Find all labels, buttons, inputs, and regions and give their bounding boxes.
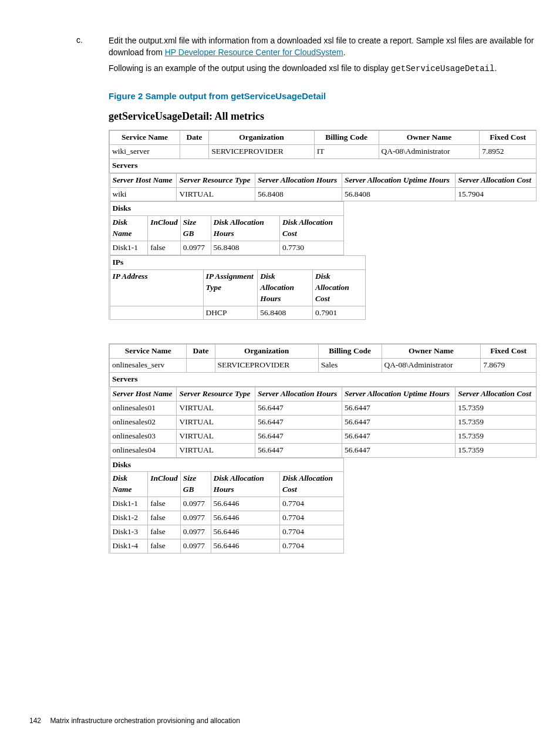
paragraph-text: . bbox=[494, 63, 497, 73]
cell: SERVICEPROVIDER bbox=[215, 359, 318, 373]
table-row: onlinesales03VIRTUAL56.644756.644715.735… bbox=[110, 429, 536, 443]
col-organization: Organization bbox=[215, 345, 318, 359]
report-block-1: Service Name Date Organization Billing C… bbox=[109, 130, 537, 320]
disks-table: Disks Disk Name InCloud Size GB Disk All… bbox=[110, 458, 345, 553]
col-date: Date bbox=[180, 130, 209, 144]
servers-table: Server Host Name Server Resource Type Se… bbox=[110, 173, 537, 202]
col-disk-name: Disk Name bbox=[110, 472, 148, 497]
table-row: Disk1-2false0.097756.64460.7704 bbox=[110, 511, 344, 525]
cell: 7.8952 bbox=[480, 144, 537, 158]
col-incloud: InCloud bbox=[148, 472, 181, 497]
col-ip-cost: Disk Allocation Cost bbox=[313, 269, 366, 306]
code-text: getServiceUsageDetail bbox=[391, 64, 494, 73]
cell: 56.8408 bbox=[211, 241, 279, 255]
cell: 56.8408 bbox=[258, 306, 313, 320]
figure-title: Figure 2 Sample output from getServiceUs… bbox=[109, 90, 537, 102]
cell: IT bbox=[314, 144, 379, 158]
col-owner: Owner Name bbox=[379, 130, 480, 144]
ordered-list-item: c. Edit the output.xml file with informa… bbox=[76, 35, 537, 577]
col-alloc-cost: Server Allocation Cost bbox=[456, 387, 536, 401]
cell: 0.7730 bbox=[279, 241, 343, 255]
table-row: Disk1-3false0.097756.64460.7704 bbox=[110, 525, 344, 539]
table-row: onlinesales_serv SERVICEPROVIDER Sales Q… bbox=[110, 359, 537, 373]
col-billing: Billing Code bbox=[314, 130, 379, 144]
col-alloc-cost: Server Allocation Cost bbox=[456, 173, 536, 187]
col-uptime-hours: Server Allocation Uptime Hours bbox=[342, 173, 455, 187]
col-host: Server Host Name bbox=[110, 387, 177, 401]
col-billing: Billing Code bbox=[318, 345, 382, 359]
col-disk-hours: Disk Allocation Hours bbox=[211, 472, 279, 497]
service-table: Service Name Date Organization Billing C… bbox=[109, 130, 537, 320]
table-row: wiki_server SERVICEPROVIDER IT QA-08\Adm… bbox=[110, 144, 537, 158]
servers-heading: Servers bbox=[110, 373, 537, 387]
cell bbox=[187, 359, 215, 373]
cell: 7.8679 bbox=[481, 359, 537, 373]
cell: VIRTUAL bbox=[177, 187, 255, 201]
cell: 0.7901 bbox=[313, 306, 366, 320]
col-incloud: InCloud bbox=[148, 216, 181, 241]
cell: 56.8408 bbox=[255, 187, 342, 201]
table-row: onlinesales02VIRTUAL56.644756.644715.735… bbox=[110, 415, 536, 429]
col-service-name: Service Name bbox=[110, 345, 187, 359]
report-title: getServiceUsageDetail: All metrics bbox=[109, 109, 537, 124]
col-fixed-cost: Fixed Cost bbox=[481, 345, 537, 359]
col-ip-type: IP Assignment Type bbox=[203, 269, 258, 306]
col-date: Date bbox=[187, 345, 215, 359]
table-row: wiki VIRTUAL 56.8408 56.8408 15.7904 bbox=[110, 187, 536, 201]
cell: DHCP bbox=[203, 306, 258, 320]
cell: wiki_server bbox=[110, 144, 180, 158]
col-owner: Owner Name bbox=[382, 345, 481, 359]
table-row: onlinesales01VIRTUAL56.644756.644715.735… bbox=[110, 401, 536, 416]
col-fixed-cost: Fixed Cost bbox=[480, 130, 537, 144]
cell: SERVICEPROVIDER bbox=[209, 144, 315, 158]
col-disk-cost: Disk Allocation Cost bbox=[279, 472, 343, 497]
paragraph-text: . bbox=[343, 48, 346, 57]
table-row: Disk1-1 false 0.0977 56.8408 0.7730 bbox=[110, 241, 344, 255]
col-organization: Organization bbox=[209, 130, 315, 144]
ips-heading: IPs bbox=[110, 255, 365, 269]
cell bbox=[110, 306, 203, 320]
col-resource-type: Server Resource Type bbox=[177, 387, 255, 401]
col-size: Size GB bbox=[180, 472, 211, 497]
col-resource-type: Server Resource Type bbox=[177, 173, 255, 187]
col-ip-hours: Disk Allocation Hours bbox=[258, 269, 313, 306]
col-uptime-hours: Server Allocation Uptime Hours bbox=[342, 387, 455, 401]
disks-heading: Disks bbox=[110, 202, 344, 216]
list-marker: c. bbox=[76, 35, 109, 577]
disks-heading: Disks bbox=[110, 458, 344, 472]
service-table: Service Name Date Organization Billing C… bbox=[109, 344, 537, 553]
list-content: Edit the output.xml file with informatio… bbox=[109, 35, 537, 577]
report-block-2: Service Name Date Organization Billing C… bbox=[109, 343, 537, 553]
table-row: Disk1-1false0.097756.64460.7704 bbox=[110, 497, 344, 511]
col-service-name: Service Name bbox=[110, 130, 180, 144]
cell: onlinesales_serv bbox=[110, 359, 187, 373]
cell: wiki bbox=[110, 187, 177, 201]
col-alloc-hours: Server Allocation Hours bbox=[255, 387, 342, 401]
cell bbox=[180, 144, 209, 158]
paragraph-text: Following is an example of the output us… bbox=[109, 63, 391, 73]
table-row: DHCP 56.8408 0.7901 bbox=[110, 306, 365, 320]
cell: QA-08\Administrator bbox=[382, 359, 481, 373]
cell: 15.7904 bbox=[456, 187, 536, 201]
cell: Sales bbox=[318, 359, 382, 373]
cell: QA-08\Administrator bbox=[379, 144, 480, 158]
col-ip-address: IP Address bbox=[110, 269, 203, 306]
table-row: onlinesales04VIRTUAL56.644756.644715.735… bbox=[110, 443, 536, 457]
cell: false bbox=[148, 241, 181, 255]
col-disk-hours: Disk Allocation Hours bbox=[211, 216, 279, 241]
ips-table: IPs IP Address IP Assignment Type Disk A… bbox=[110, 255, 366, 320]
disks-table: Disks Disk Name InCloud Size GB Disk All… bbox=[110, 201, 345, 255]
col-disk-name: Disk Name bbox=[110, 216, 148, 241]
col-host: Server Host Name bbox=[110, 173, 177, 187]
cell: Disk1-1 bbox=[110, 241, 148, 255]
col-alloc-hours: Server Allocation Hours bbox=[255, 173, 342, 187]
servers-heading: Servers bbox=[110, 158, 537, 173]
cell: 56.8408 bbox=[342, 187, 455, 201]
col-disk-cost: Disk Allocation Cost bbox=[279, 216, 343, 241]
servers-table: Server Host Name Server Resource Type Se… bbox=[110, 387, 537, 457]
cell: 0.0977 bbox=[180, 241, 211, 255]
col-size: Size GB bbox=[180, 216, 211, 241]
table-row: Disk1-4false0.097756.64460.7704 bbox=[110, 539, 344, 553]
resource-center-link[interactable]: HP Developer Resource Center for CloudSy… bbox=[165, 48, 343, 57]
